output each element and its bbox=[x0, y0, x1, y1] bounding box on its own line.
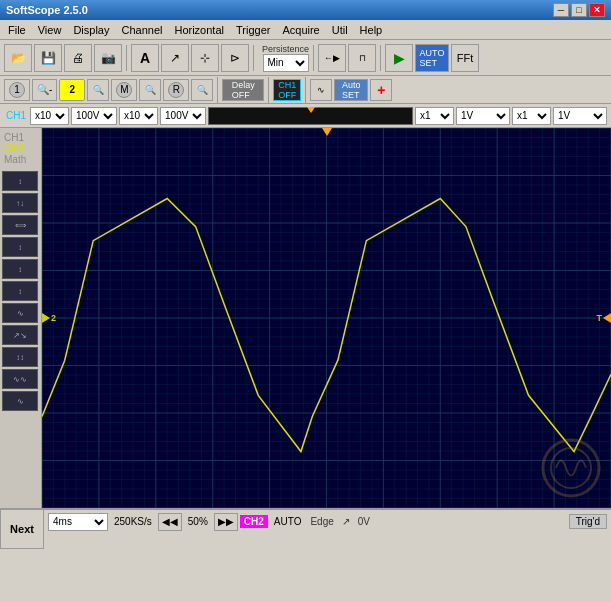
delay-left-button[interactable]: ←▶ bbox=[318, 44, 346, 72]
separator2 bbox=[253, 45, 254, 71]
open-file-button[interactable]: 📂 bbox=[4, 44, 32, 72]
ch2-toggle[interactable]: CH2 bbox=[4, 143, 37, 154]
persistence-label: Persistence bbox=[262, 44, 309, 54]
ref-zoom-button[interactable]: 🔍 bbox=[191, 79, 213, 101]
measure-btn-9[interactable]: ↕↕ bbox=[2, 347, 38, 367]
measure-btn-6[interactable]: ↕ bbox=[2, 281, 38, 301]
ch1-scale-select[interactable]: 100V50V bbox=[160, 107, 206, 125]
close-button[interactable]: ✕ bbox=[589, 3, 605, 17]
measure-btn-4[interactable]: ↕ bbox=[2, 237, 38, 257]
app-title: SoftScope 2.5.0 bbox=[6, 4, 88, 16]
zoom-level: 50% bbox=[184, 516, 212, 527]
measure-btn-1[interactable]: ↕ bbox=[2, 171, 38, 191]
measure-btn-8[interactable]: ↗↘ bbox=[2, 325, 38, 345]
ch-toggle: CH1 CH2 Math bbox=[2, 130, 39, 167]
measure-btn-5[interactable]: ↕ bbox=[2, 259, 38, 279]
fft-button[interactable]: FFt bbox=[451, 44, 479, 72]
auto-set2-button[interactable]: AutoSET bbox=[334, 79, 368, 101]
select-button[interactable]: ⊹ bbox=[191, 44, 219, 72]
ch-settings-bar: CH1 x10x1 100V50V20V x10x1 100V50V x1x10… bbox=[0, 104, 611, 128]
ch1-toggle-label: CH1 bbox=[4, 132, 24, 143]
print-button[interactable]: 🖨 bbox=[64, 44, 92, 72]
ch1-number: 1 bbox=[9, 82, 25, 98]
ch2-scale-select[interactable]: 1V500mV bbox=[553, 107, 607, 125]
separator1 bbox=[126, 45, 127, 71]
math-toggle[interactable]: Math bbox=[4, 154, 37, 165]
persistence-select[interactable]: Min Max 1s Inf bbox=[263, 54, 309, 72]
measure-btn-3[interactable]: ⟺ bbox=[2, 215, 38, 235]
screenshot-button[interactable]: 📷 bbox=[94, 44, 122, 72]
delay-off-button[interactable]: DelayOFF bbox=[222, 79, 264, 101]
measure-btn-7[interactable]: ∿ bbox=[2, 303, 38, 323]
status-bar: 4ms2ms10ms 250KS/s ◀◀ 50% ▶▶ CH2 AUTO Ed… bbox=[44, 509, 611, 533]
ch1-toggle[interactable]: CH1 bbox=[4, 132, 37, 143]
toolbar1: 📂 💾 🖨 📷 A ↗ ⊹ ⊳ Persistence Min Max 1s I… bbox=[0, 40, 611, 76]
bottom-area: Next 4ms2ms10ms 250KS/s ◀◀ 50% ▶▶ CH2 AU… bbox=[0, 508, 611, 548]
ch1-volt-select[interactable]: 100V50V20V bbox=[71, 107, 117, 125]
ch2-status-badge: CH2 bbox=[240, 515, 268, 528]
ch2-probe-select[interactable]: x1x10 bbox=[512, 107, 551, 125]
pulse-button[interactable]: ⊓ bbox=[348, 44, 376, 72]
ch2-toggle-label: CH2 bbox=[4, 143, 24, 154]
trigger-top-marker bbox=[322, 128, 332, 136]
menu-help[interactable]: Help bbox=[354, 22, 389, 38]
ch1-probe-select[interactable]: x10x1 bbox=[119, 107, 158, 125]
menu-channel[interactable]: Channel bbox=[115, 22, 168, 38]
sine-button[interactable]: ∿ bbox=[310, 79, 332, 101]
scroll-right-button[interactable]: ▶▶ bbox=[214, 513, 238, 531]
menu-view[interactable]: View bbox=[32, 22, 68, 38]
measure-buttons: ↕ ↑↓ ⟺ ↕ ↕ ↕ ∿ ↗↘ ↕↕ ∿∿ ∿ bbox=[2, 171, 39, 411]
arrow-cursor-button[interactable]: ↗ bbox=[161, 44, 189, 72]
ch2-volt-select[interactable]: 1V500mV200mV bbox=[456, 107, 510, 125]
cursor2-button[interactable]: ⊳ bbox=[221, 44, 249, 72]
title-bar-buttons: ─ □ ✕ bbox=[553, 3, 605, 17]
run-button[interactable]: ▶ bbox=[385, 44, 413, 72]
ch2-circle[interactable]: 2 bbox=[59, 79, 85, 101]
zoom-out-button[interactable]: 🔍- bbox=[32, 79, 57, 101]
math-circle: M bbox=[116, 82, 132, 98]
menu-horizontal[interactable]: Horizontal bbox=[168, 22, 230, 38]
math-button[interactable]: M bbox=[111, 79, 137, 101]
separator7 bbox=[305, 77, 306, 103]
math-zoom-button[interactable]: 🔍 bbox=[139, 79, 161, 101]
ch1-label: CH1 bbox=[4, 110, 28, 121]
ch2-coupling-select[interactable]: x1x10 bbox=[415, 107, 454, 125]
ch1-off-button[interactable]: CH1OFF bbox=[273, 79, 301, 101]
trigger-voltage-label: 0V bbox=[355, 516, 373, 527]
timebase-select[interactable]: 4ms2ms10ms bbox=[48, 513, 108, 531]
trigger-slope-label: ↗ bbox=[339, 516, 353, 527]
measure-btn-2[interactable]: ↑↓ bbox=[2, 193, 38, 213]
ch2-left-marker: 2 bbox=[42, 313, 56, 323]
ch1-coupling-select[interactable]: x10x1 bbox=[30, 107, 69, 125]
separator5 bbox=[217, 77, 218, 103]
separator3 bbox=[313, 45, 314, 71]
minimize-button[interactable]: ─ bbox=[553, 3, 569, 17]
measure-btn-10[interactable]: ∿∿ bbox=[2, 369, 38, 389]
toolbar2: 1 🔍- 2 🔍 M 🔍 R 🔍 DelayOFF CH1OFF ∿ AutoS… bbox=[0, 76, 611, 104]
text-cursor-button[interactable]: A bbox=[131, 44, 159, 72]
menu-util[interactable]: Util bbox=[326, 22, 354, 38]
measure-btn-11[interactable]: ∿ bbox=[2, 391, 38, 411]
trigger-right-marker: T bbox=[597, 313, 612, 323]
menu-acquire[interactable]: Acquire bbox=[276, 22, 325, 38]
trigger-type-label: Edge bbox=[307, 516, 336, 527]
ch1-circle[interactable]: 1 bbox=[4, 79, 30, 101]
zoom2-button[interactable]: 🔍 bbox=[87, 79, 109, 101]
menu-display[interactable]: Display bbox=[67, 22, 115, 38]
scope-screen[interactable]: 2 T bbox=[42, 128, 611, 508]
main-scope-area: CH1 CH2 Math ↕ ↑↓ ⟺ ↕ ↕ ↕ ∿ ↗↘ ↕↕ ∿∿ ∿ bbox=[0, 128, 611, 508]
scroll-left-button[interactable]: ◀◀ bbox=[158, 513, 182, 531]
ref-circle: R bbox=[168, 82, 184, 98]
menu-file[interactable]: File bbox=[2, 22, 32, 38]
logo-watermark bbox=[541, 438, 601, 498]
separator4 bbox=[380, 45, 381, 71]
next-button[interactable]: Next bbox=[0, 509, 44, 549]
math-toggle-label: Math bbox=[4, 154, 26, 165]
ref-button[interactable]: R bbox=[163, 79, 189, 101]
plus-button[interactable]: + bbox=[370, 79, 392, 101]
save-button[interactable]: 💾 bbox=[34, 44, 62, 72]
menu-bar: File View Display Channel Horizontal Tri… bbox=[0, 20, 611, 40]
auto-set-button[interactable]: AUTOSET bbox=[415, 44, 449, 72]
menu-trigger[interactable]: Trigger bbox=[230, 22, 276, 38]
maximize-button[interactable]: □ bbox=[571, 3, 587, 17]
